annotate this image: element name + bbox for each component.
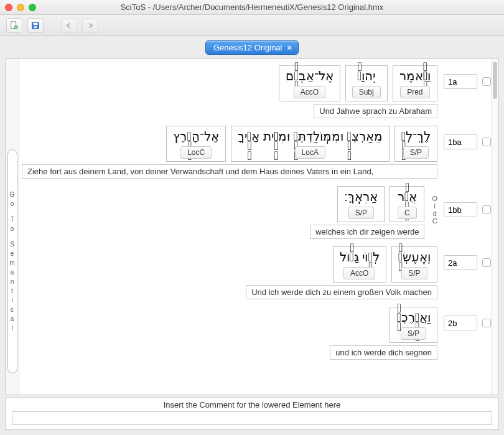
tab-label: Genesis12 Original <box>213 43 282 52</box>
verse-input[interactable] <box>444 316 477 330</box>
hebrew-text: וְאֶֽעֶשְׂךָ֙ <box>398 250 431 264</box>
verse-input[interactable] <box>444 202 477 217</box>
svg-rect-3 <box>34 22 38 25</box>
hebrew-text: וַאֲבָ֣רֶכְךָ֔ <box>396 310 431 325</box>
hebrew-text: לְג֣וֹי גָּד֔וֹל <box>340 250 380 264</box>
undo-button[interactable] <box>61 18 77 33</box>
verse-input[interactable] <box>444 255 477 270</box>
tab-bar: Genesis12 Original × <box>0 36 504 58</box>
clause-canvas: אֶל־אַבְרָ֔ם AccO יְהוָה֙ Subj וַיֹּ֤אמֶ… <box>19 59 498 395</box>
clause-checkbox[interactable] <box>482 77 491 86</box>
tag-button[interactable]: Pred <box>400 86 429 98</box>
tag-button[interactable]: C <box>398 207 417 219</box>
word-unit[interactable]: אַרְאֶֽךָּ׃ S/P <box>337 186 385 222</box>
hebrew-text: מֵאַרְצְךָ֥ וּמִמּֽוֹלַדְתְּךָ֖ וּמִבֵּ֣… <box>238 129 383 144</box>
clause-row: אַרְאֶֽךָּ׃ S/P אֲשֶׁ֥ר C welches ich di… <box>22 186 491 239</box>
hebrew-text: יְהוָה֙ <box>357 68 375 83</box>
toolbar <box>0 15 504 36</box>
save-button[interactable] <box>27 18 44 33</box>
word-unit[interactable]: לֶךְ־לְךָ֛ S/P <box>394 126 437 162</box>
translation-text[interactable]: Und ich werde dich zu einem großen Volk … <box>246 285 437 299</box>
minimize-icon[interactable] <box>17 4 24 11</box>
word-unit[interactable]: אֲשֶׁ֥ר C <box>390 186 424 222</box>
new-file-button[interactable] <box>6 18 22 33</box>
word-unit[interactable]: אֶל־אַבְרָ֔ם AccO <box>279 65 340 101</box>
clause-row: אֶל־אַבְרָ֔ם AccO יְהוָה֙ Subj וַיֹּ֤אמֶ… <box>22 65 491 118</box>
vertical-scrollbar[interactable] <box>491 59 498 395</box>
word-unit[interactable]: וַאֲבָ֣רֶכְךָ֔ S/P <box>390 307 437 343</box>
hebrew-text: אֲשֶׁ֥ר <box>398 189 417 204</box>
word-unit[interactable]: וְאֶֽעֶשְׂךָ֙ S/P <box>391 246 437 283</box>
tag-button[interactable]: S/P <box>348 207 374 219</box>
word-unit[interactable]: יְהוָה֙ Subj <box>345 65 388 101</box>
word-unit[interactable]: וַיֹּ֤אמֶר Pred <box>393 65 437 101</box>
redo-button[interactable] <box>82 18 98 33</box>
word-unit[interactable]: אֶל־הָאָ֖רֶץ LocC <box>166 126 225 162</box>
window-controls <box>5 4 36 11</box>
hebrew-text: אַרְאֶֽךָּ׃ <box>344 189 378 204</box>
word-unit[interactable]: מֵאַרְצְךָ֥ וּמִמּֽוֹלַדְתְּךָ֖ וּמִבֵּ֣… <box>231 126 390 162</box>
hebrew-text: וַיֹּ֤אמֶר <box>399 68 431 83</box>
clause-checkbox[interactable] <box>482 319 491 327</box>
translation-text[interactable]: welches ich dir zeigen werde <box>310 225 424 239</box>
verse-input[interactable] <box>444 74 477 89</box>
tag-button[interactable]: AccO <box>343 267 375 279</box>
tab-close-icon[interactable]: × <box>287 43 292 52</box>
document-tab[interactable]: Genesis12 Original × <box>205 40 299 55</box>
close-icon[interactable] <box>5 4 12 11</box>
tag-button[interactable]: S/P <box>401 267 427 279</box>
tag-button[interactable]: AccO <box>294 86 325 98</box>
go-to-semantical-button[interactable]: Go To Semantical <box>7 149 17 373</box>
clause-checkbox[interactable] <box>482 258 491 267</box>
clause-row: לְג֣וֹי גָּד֔וֹל AccO וְאֶֽעֶשְׂךָ֙ S/P … <box>22 246 491 299</box>
clause-checkbox[interactable] <box>482 205 491 214</box>
hebrew-text: אֶל־הָאָ֖רֶץ <box>173 129 218 144</box>
hebrew-text: לֶךְ־לְךָ֛ <box>401 129 431 144</box>
translation-text[interactable]: und ich werde dich segnen <box>330 345 437 360</box>
clause-note: OldC <box>431 195 439 225</box>
tag-button[interactable]: S/P <box>401 327 426 340</box>
workspace: Go To Semantical אֶל־אַבְרָ֔ם AccO יְהוָ… <box>5 58 499 395</box>
svg-rect-4 <box>34 26 37 28</box>
tag-button[interactable]: LocC <box>180 146 212 159</box>
tag-button[interactable]: S/P <box>403 146 429 159</box>
scrollbar-thumb[interactable] <box>493 62 497 99</box>
comment-input[interactable] <box>12 411 492 425</box>
clause-row: וַאֲבָ֣רֶכְךָ֔ S/P und ich werde dich se… <box>22 307 491 360</box>
clause-checkbox[interactable] <box>482 138 491 146</box>
window-title: SciToS - /Users/Archer/Documents/Hermene… <box>5 2 499 12</box>
tag-button[interactable]: Subj <box>352 86 381 98</box>
tag-button[interactable]: LocA <box>295 146 325 159</box>
translation-text[interactable]: Ziehe fort aus deinem Land, von deiner V… <box>22 164 437 179</box>
verse-input[interactable] <box>444 134 477 149</box>
comment-label: Insert the Comment for the lowered Eleme… <box>6 398 498 411</box>
clause-row: אֶל־הָאָ֖רֶץ LocC מֵאַרְצְךָ֥ וּמִמּֽוֹל… <box>22 126 491 179</box>
hebrew-text: אֶל־אַבְרָ֔ם <box>286 68 333 83</box>
comment-panel: Insert the Comment for the lowered Eleme… <box>5 398 499 430</box>
translation-text[interactable]: Und Jahwe sprach zu Abraham <box>314 104 437 118</box>
word-unit[interactable]: לְג֣וֹי גָּד֔וֹל AccO <box>333 246 386 283</box>
titlebar: SciToS - /Users/Archer/Documents/Hermene… <box>0 0 504 15</box>
maximize-icon[interactable] <box>29 4 36 11</box>
side-rail: Go To Semantical <box>6 59 19 395</box>
